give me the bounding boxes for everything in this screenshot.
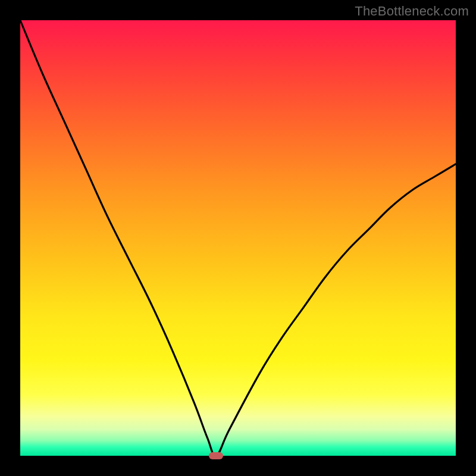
bottleneck-curve <box>20 20 456 456</box>
chart-frame: TheBottleneck.com <box>0 0 476 476</box>
chart-plot-area <box>20 20 456 456</box>
watermark-text: TheBottleneck.com <box>355 4 469 19</box>
minimum-marker <box>209 452 223 459</box>
bottleneck-curve-path <box>20 20 456 456</box>
